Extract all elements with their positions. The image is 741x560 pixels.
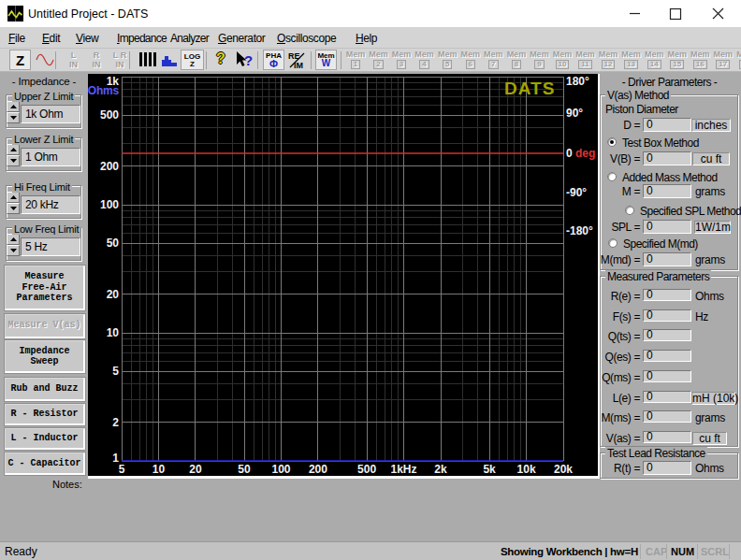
svg-text:90°: 90° <box>566 107 583 120</box>
svg-text:20: 20 <box>107 288 120 301</box>
svg-text:Ohms: Ohms <box>88 84 120 97</box>
svg-text:2: 2 <box>112 416 119 429</box>
svg-text:5k: 5k <box>483 463 496 476</box>
svg-text:50: 50 <box>238 463 251 476</box>
svg-text:10: 10 <box>107 326 120 339</box>
svg-text:10k: 10k <box>517 463 536 476</box>
svg-text:50: 50 <box>107 237 120 250</box>
svg-text:5: 5 <box>119 463 125 476</box>
svg-text:5: 5 <box>112 365 119 378</box>
svg-text:?: ? <box>244 52 253 68</box>
svg-text:500: 500 <box>357 463 376 476</box>
svg-text:-180°: -180° <box>566 224 593 237</box>
svg-text:DATS: DATS <box>504 79 555 98</box>
svg-text:100: 100 <box>100 198 119 211</box>
svg-text:200: 200 <box>100 160 119 173</box>
svg-text:20k: 20k <box>554 463 573 476</box>
svg-text:500: 500 <box>100 108 119 122</box>
svg-text:100: 100 <box>271 463 290 476</box>
svg-text:10: 10 <box>153 463 166 476</box>
svg-text:200: 200 <box>309 463 327 476</box>
svg-text:0 deg: 0 deg <box>566 147 595 160</box>
svg-text:-90°: -90° <box>566 186 587 199</box>
svg-text:1kHz: 1kHz <box>390 463 416 476</box>
svg-text:180°: 180° <box>566 75 589 88</box>
svg-text:2k: 2k <box>434 463 447 476</box>
svg-text:20: 20 <box>189 463 202 476</box>
